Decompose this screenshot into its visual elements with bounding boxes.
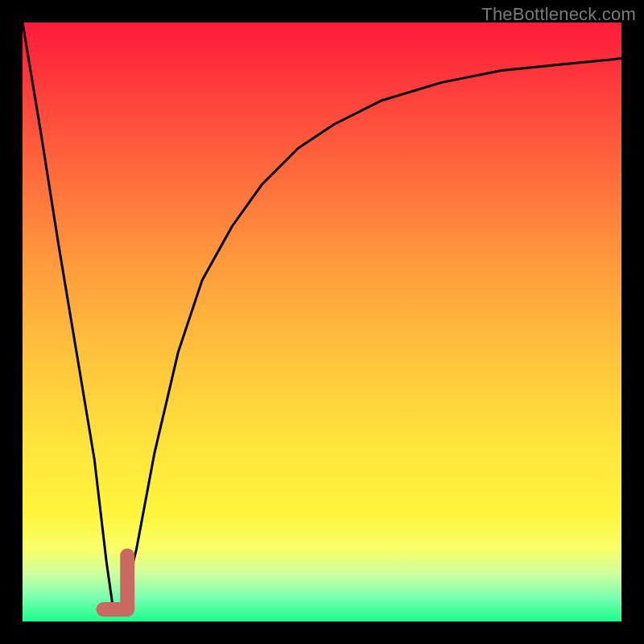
chart-frame: TheBottleneck.com — [0, 0, 644, 644]
chart-svg — [23, 23, 621, 621]
plot-area — [23, 23, 621, 621]
watermark-text: TheBottleneck.com — [481, 4, 636, 25]
bottleneck-curve — [23, 23, 621, 609]
